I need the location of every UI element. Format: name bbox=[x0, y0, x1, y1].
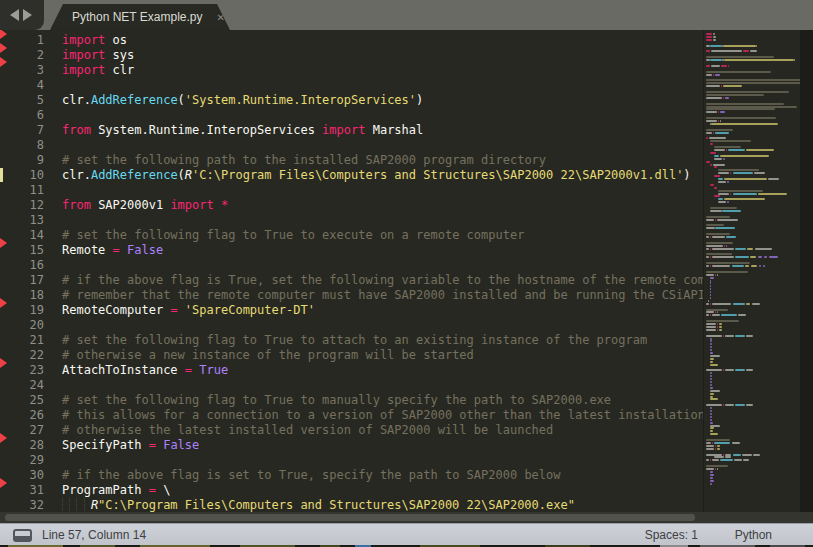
minimap-line bbox=[718, 201, 726, 203]
line-number: 20 bbox=[0, 318, 44, 333]
line-number: 26 bbox=[0, 408, 44, 423]
code-text: from System.Runtime.InteropServices impo… bbox=[62, 123, 423, 138]
code-line[interactable]: 19RemoteComputer = 'SpareComputer-DT' bbox=[0, 303, 813, 318]
tab-python-net-example[interactable]: Python NET Example.py ✕ bbox=[50, 4, 230, 30]
code-line[interactable]: 17# if the above flag is True, set the f… bbox=[0, 273, 813, 288]
minimap-line bbox=[725, 456, 731, 458]
token: # if the above flag is set to True, spec… bbox=[62, 468, 561, 482]
minimap-line bbox=[706, 219, 714, 221]
minimap-line bbox=[706, 303, 709, 305]
vertical-scrollbar[interactable] bbox=[800, 30, 813, 512]
code-line[interactable]: 9# set the following path to the install… bbox=[0, 153, 813, 168]
code-line[interactable]: 25# set the following flag to True to ma… bbox=[0, 393, 813, 408]
code-line[interactable]: 7from System.Runtime.InteropServices imp… bbox=[0, 123, 813, 138]
minimap-line bbox=[728, 65, 729, 67]
code-line[interactable]: 20 bbox=[0, 318, 813, 333]
minimap-line bbox=[727, 181, 729, 183]
minimap-line bbox=[706, 97, 722, 99]
minimap-line bbox=[713, 164, 725, 166]
code-text: import sys bbox=[62, 48, 134, 63]
minimap-line bbox=[710, 483, 712, 485]
code-text: # otherwise the latest installed version… bbox=[62, 423, 553, 438]
minimap-line bbox=[730, 193, 731, 195]
code-line[interactable]: 29 bbox=[0, 453, 813, 468]
code-line[interactable]: 23AttachToInstance = True bbox=[0, 363, 813, 378]
close-tab-icon[interactable]: ✕ bbox=[217, 12, 225, 23]
code-line[interactable]: 28SpecifyPath = False bbox=[0, 438, 813, 453]
minimap-line bbox=[706, 50, 710, 52]
code-line[interactable]: 1import os bbox=[0, 33, 813, 48]
code-line[interactable]: 16 bbox=[0, 258, 813, 273]
minimap-line bbox=[738, 314, 746, 316]
minimap-line bbox=[706, 248, 709, 250]
minimap-line bbox=[710, 143, 713, 145]
code-line[interactable]: 32R"C:\Program Files\Computers and Struc… bbox=[0, 498, 813, 512]
minimap-line bbox=[710, 459, 711, 461]
code-line[interactable]: 27# otherwise the latest installed versi… bbox=[0, 423, 813, 438]
minimap[interactable] bbox=[703, 30, 800, 512]
minimap-line bbox=[735, 248, 746, 250]
minimap-line bbox=[706, 253, 732, 255]
code-line[interactable]: 15Remote = False bbox=[0, 243, 813, 258]
code-line[interactable]: 21# set the following flag to True to at… bbox=[0, 333, 813, 348]
token: = bbox=[113, 243, 120, 257]
minimap-line bbox=[710, 378, 712, 380]
minimap-line bbox=[732, 265, 744, 267]
minimap-line bbox=[706, 329, 716, 331]
code-text: # set the following path to the installe… bbox=[62, 153, 546, 168]
code-line[interactable]: 10clr.AddReference(R'C:\Program Files\Co… bbox=[0, 168, 813, 183]
code-line[interactable]: 30# if the above flag is set to True, sp… bbox=[0, 468, 813, 483]
modified-region-marker-icon bbox=[0, 298, 7, 308]
forward-arrow-icon[interactable] bbox=[23, 9, 32, 21]
token: SAP2000v1 bbox=[91, 198, 170, 212]
minimap-line bbox=[708, 300, 709, 302]
code-line[interactable]: 24 bbox=[0, 378, 813, 393]
minimap-line bbox=[733, 193, 757, 195]
minimap-line bbox=[710, 277, 714, 279]
code-line[interactable]: 13 bbox=[0, 213, 813, 228]
minimap-line bbox=[706, 311, 714, 313]
minimap-line bbox=[715, 132, 729, 134]
minimap-line bbox=[712, 248, 733, 250]
code-line[interactable]: 11 bbox=[0, 183, 813, 198]
code-line[interactable]: 26# this allows for a connection to a ve… bbox=[0, 408, 813, 423]
minimap-line bbox=[712, 256, 733, 258]
token: import bbox=[170, 198, 213, 212]
token: Marshal bbox=[365, 123, 423, 137]
code-text: # otherwise a new instance of the progra… bbox=[62, 348, 474, 363]
code-text: clr.AddReference(R'C:\Program Files\Comp… bbox=[62, 168, 691, 183]
code-line[interactable]: 12from SAP2000v1 import * bbox=[0, 198, 813, 213]
minimap-line bbox=[706, 120, 717, 122]
code-line[interactable]: 4 bbox=[0, 78, 813, 93]
code-line[interactable]: 14# set the following flag to True to ex… bbox=[0, 228, 813, 243]
minimap-line bbox=[715, 468, 716, 470]
horizontal-scrollbar-thumb[interactable] bbox=[5, 514, 695, 521]
back-arrow-icon[interactable] bbox=[10, 9, 19, 21]
indent-guide bbox=[76, 498, 83, 511]
indent-setting[interactable]: Spaces: 1 bbox=[645, 528, 698, 542]
code-line[interactable]: 8 bbox=[0, 138, 813, 153]
token: R bbox=[185, 168, 192, 182]
code-line[interactable]: 22# otherwise a new instance of the prog… bbox=[0, 348, 813, 363]
code-line[interactable]: 5clr.AddReference('System.Runtime.Intero… bbox=[0, 93, 813, 108]
code-text: # remember that the remote computer must… bbox=[62, 288, 784, 303]
code-text: ProgramPath = \ bbox=[62, 483, 170, 498]
minimap-line bbox=[706, 94, 764, 96]
minimap-line bbox=[725, 454, 731, 456]
code-line[interactable]: 3import clr bbox=[0, 63, 813, 78]
code-line[interactable]: 31ProgramPath = \ bbox=[0, 483, 813, 498]
minimap-line bbox=[768, 178, 779, 180]
minimap-line bbox=[733, 172, 753, 174]
minimap-line bbox=[706, 129, 733, 131]
code-line[interactable]: 2import sys bbox=[0, 48, 813, 63]
minimap-line bbox=[714, 158, 722, 160]
minimap-line bbox=[710, 355, 720, 357]
syntax-mode[interactable]: Python bbox=[735, 528, 772, 542]
horizontal-scrollbar[interactable] bbox=[0, 512, 813, 523]
code-editor[interactable]: 1import os2import sys3import clr45clr.Ad… bbox=[0, 30, 813, 512]
window-icon[interactable] bbox=[13, 529, 32, 542]
code-line[interactable]: 18# remember that the remote computer mu… bbox=[0, 288, 813, 303]
code-line[interactable]: 6 bbox=[0, 108, 813, 123]
token: Remote bbox=[62, 243, 113, 257]
minimap-line bbox=[714, 166, 717, 168]
